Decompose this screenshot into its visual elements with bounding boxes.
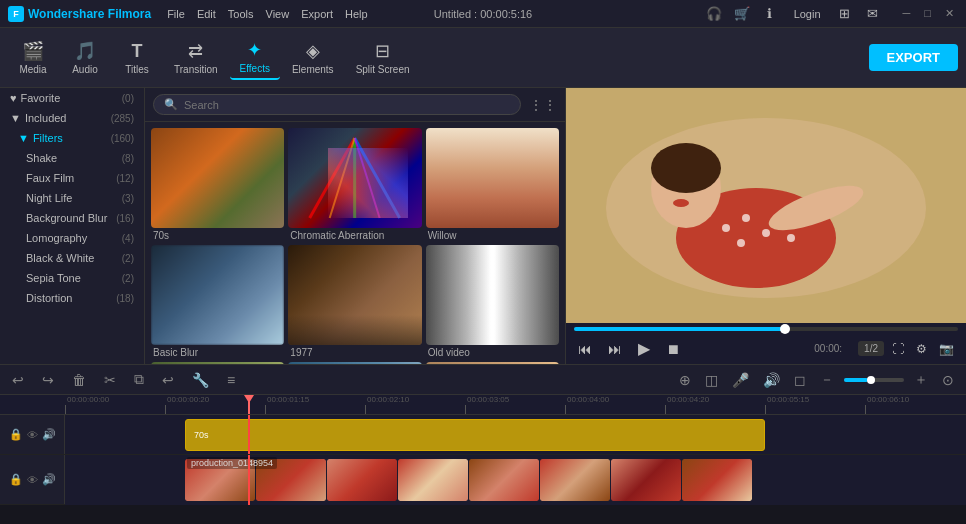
panel-sepia-tone[interactable]: Sepia Tone (2): [0, 268, 144, 288]
effects-clip[interactable]: 70s: [185, 419, 765, 451]
track-effects-header: 🔒 👁 🔊: [0, 415, 65, 454]
maximize-button[interactable]: □: [920, 7, 935, 20]
cart-icon[interactable]: 🛒: [732, 4, 752, 24]
mail-icon[interactable]: ✉: [863, 4, 883, 24]
shake-count: (8): [122, 153, 134, 164]
search-icon: 🔍: [164, 98, 178, 111]
skip-back-button[interactable]: ⏮: [574, 339, 596, 359]
effect-willow[interactable]: Willow: [426, 128, 559, 241]
effect-chromatic[interactable]: Chromatic Aberration: [288, 128, 421, 241]
timeline-right-controls: ⊕ ◫ 🎤 🔊 ◻ － ＋ ⊙: [675, 369, 958, 391]
redo-button[interactable]: ↪: [38, 370, 58, 390]
effect-70s[interactable]: 70s: [151, 128, 284, 241]
stop-button[interactable]: ⏹: [662, 339, 684, 359]
panel-favorite[interactable]: ♥ Favorite (0): [0, 88, 144, 108]
effect-1977-thumbnail: [288, 245, 421, 345]
tool-transition[interactable]: ⇄ Transition: [164, 36, 228, 79]
panel-night-life[interactable]: Night Life (3): [0, 188, 144, 208]
tool-media[interactable]: 🎬 Media: [8, 36, 58, 79]
add-track-button[interactable]: ⊕: [675, 370, 695, 390]
menu-help[interactable]: Help: [345, 8, 368, 20]
screenshot-button[interactable]: 📷: [935, 340, 958, 358]
undo-button[interactable]: ↩: [8, 370, 28, 390]
playhead-triangle-icon: [244, 395, 254, 403]
tool-effects[interactable]: ✦ Effects: [230, 35, 280, 80]
zoom-in-button[interactable]: ＋: [910, 369, 932, 391]
speaker-button[interactable]: 🔊: [759, 370, 784, 390]
panel-shake[interactable]: Shake (8): [0, 148, 144, 168]
playhead-line-track1: [248, 415, 250, 454]
split-button[interactable]: ↩: [158, 370, 178, 390]
panel-included[interactable]: ▼ Included (285): [0, 108, 144, 128]
page-info: 1/2: [858, 341, 884, 356]
track-audio-icon[interactable]: 🔊: [42, 428, 56, 441]
menu-dots[interactable]: ≡: [223, 370, 239, 390]
effect-basic-blur[interactable]: Basic Blur: [151, 245, 284, 358]
play-button[interactable]: ▶: [634, 337, 654, 360]
track-lock-icon[interactable]: 🔒: [9, 428, 23, 441]
panel-background-blur[interactable]: Background Blur (16): [0, 208, 144, 228]
panel-filters[interactable]: ▼ Filters (160): [0, 128, 144, 148]
settings-button[interactable]: ⚙: [912, 340, 931, 358]
effects-grid: 70s Chromatic Aberration: [145, 122, 565, 364]
tool-split-screen[interactable]: ⊟ Split Screen: [346, 36, 420, 79]
transition-icon: ⇄: [188, 40, 203, 62]
effect-old-video[interactable]: Old video: [426, 245, 559, 358]
panel-distortion[interactable]: Distortion (18): [0, 288, 144, 308]
transition-label: Transition: [174, 64, 218, 75]
zoom-out-button[interactable]: －: [816, 369, 838, 391]
cut-button[interactable]: ✂: [100, 370, 120, 390]
panel-lomography[interactable]: Lomography (4): [0, 228, 144, 248]
favorite-label: Favorite: [21, 92, 61, 104]
track-video-audio-icon[interactable]: 🔊: [42, 473, 56, 486]
login-button[interactable]: Login: [788, 6, 827, 22]
timeline-ruler: 00:00:00:00 00:00:00:20 00:00:01:15 00:0…: [0, 395, 966, 415]
tool-elements[interactable]: ◈ Elements: [282, 36, 344, 79]
tool-audio[interactable]: 🎵 Audio: [60, 36, 110, 79]
info-icon[interactable]: ℹ: [760, 4, 780, 24]
effect-1977[interactable]: 1977: [288, 245, 421, 358]
menu-edit[interactable]: Edit: [197, 8, 216, 20]
progress-bar[interactable]: [574, 327, 958, 331]
copy-button[interactable]: ⧉: [130, 369, 148, 390]
track-visibility-icon[interactable]: 👁: [27, 429, 38, 441]
menu-tools[interactable]: Tools: [228, 8, 254, 20]
adjust-button[interactable]: 🔧: [188, 370, 213, 390]
effect-row3c-thumbnail: [426, 362, 559, 364]
track-effects-content: 70s: [65, 415, 966, 454]
effect-row3c[interactable]: [426, 362, 559, 364]
ruler-time-6: 00:00:04:20: [667, 395, 709, 404]
main-content: ♥ Favorite (0) ▼ Included (285) ▼ Filter…: [0, 88, 966, 364]
search-box[interactable]: 🔍: [153, 94, 521, 115]
time-display: 00:00:: [814, 343, 842, 354]
mic-button[interactable]: 🎤: [728, 370, 753, 390]
close-button[interactable]: ✕: [941, 7, 958, 20]
panel-faux-film[interactable]: Faux Film (12): [0, 168, 144, 188]
grid-layout-icon[interactable]: ⋮⋮: [529, 97, 557, 113]
track-toggle-button[interactable]: ◫: [701, 370, 722, 390]
ruler-time-7: 00:00:05:15: [767, 395, 809, 404]
menu-view[interactable]: View: [266, 8, 290, 20]
grid-icon[interactable]: ⊞: [835, 4, 855, 24]
track-video-visibility-icon[interactable]: 👁: [27, 474, 38, 486]
effect-willow-label: Willow: [426, 230, 559, 241]
snap-button[interactable]: ◻: [790, 370, 810, 390]
headphone-icon[interactable]: 🎧: [704, 4, 724, 24]
effect-row3b[interactable]: [288, 362, 421, 364]
menu-file[interactable]: File: [167, 8, 185, 20]
ruler-time-0: 00:00:00:00: [67, 395, 109, 404]
effect-row3a[interactable]: [151, 362, 284, 364]
ruler-tick-1: [165, 405, 166, 415]
prev-frame-button[interactable]: ⏭: [604, 339, 626, 359]
delete-button[interactable]: 🗑: [68, 370, 90, 390]
export-button[interactable]: EXPORT: [869, 44, 958, 71]
track-video-lock-icon[interactable]: 🔒: [9, 473, 23, 486]
fullscreen-button[interactable]: ⛶: [888, 340, 908, 358]
zoom-slider[interactable]: [844, 378, 904, 382]
fit-button[interactable]: ⊙: [938, 370, 958, 390]
panel-black-white[interactable]: Black & White (2): [0, 248, 144, 268]
minimize-button[interactable]: ─: [899, 7, 915, 20]
search-input[interactable]: [184, 99, 510, 111]
menu-export[interactable]: Export: [301, 8, 333, 20]
tool-titles[interactable]: T Titles: [112, 37, 162, 79]
